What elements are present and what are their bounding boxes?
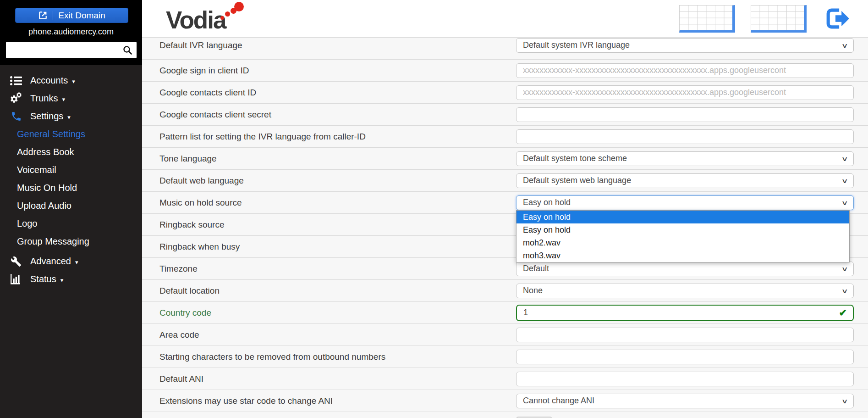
dropdown-option[interactable]: moh3.wav xyxy=(516,249,849,262)
setting-label: Google sign in client ID xyxy=(142,66,516,76)
caret-down-icon: ▾ xyxy=(60,275,64,284)
check-icon: ✔ xyxy=(839,307,847,318)
sidebar-item-logo[interactable]: Logo xyxy=(0,215,142,233)
caret-down-icon: ▾ xyxy=(75,257,78,266)
sidebar-item-trunks[interactable]: Trunks ▾ xyxy=(0,89,142,107)
chevron-down-icon: ∨ xyxy=(841,177,848,184)
ivr-language-pattern-input[interactable] xyxy=(516,129,854,144)
settings-row: Extensions may use star code to change A… xyxy=(142,390,868,412)
sidebar-item-group-messaging[interactable]: Group Messaging xyxy=(0,233,142,251)
setting-label: Default web language xyxy=(142,176,516,186)
chevron-down-icon: ∨ xyxy=(841,199,848,206)
settings-row: Default location None ∨ xyxy=(142,280,868,302)
sidebar-search xyxy=(6,42,137,58)
main-header: Vodia xyxy=(142,0,868,38)
caret-down-icon: ▾ xyxy=(62,94,65,103)
settings-row: Default ANI xyxy=(142,368,868,390)
chevron-down-icon: ∨ xyxy=(841,287,848,295)
settings-table: Default IVR language Default system IVR … xyxy=(142,38,868,418)
setting-label: Default ANI xyxy=(142,374,516,384)
gears-icon xyxy=(10,92,22,105)
country-code-field: ✔ xyxy=(516,305,854,321)
exit-domain-label: Exit Domain xyxy=(58,11,105,21)
setting-label: Google contacts client secret xyxy=(142,110,516,120)
setting-label: Country code xyxy=(142,308,516,318)
button-divider xyxy=(53,11,53,20)
table-view-icon-2[interactable] xyxy=(751,5,807,33)
sidebar-header: Exit Domain phone.audiomercy.com xyxy=(0,0,142,65)
table-view-icon[interactable] xyxy=(679,5,735,33)
google-contacts-client-id-input[interactable] xyxy=(516,85,854,100)
tone-language-select[interactable]: Default system tone scheme ∨ xyxy=(516,151,854,166)
vodia-logo-dots xyxy=(220,2,244,23)
timezone-select[interactable]: Default ∨ xyxy=(516,262,854,276)
setting-label: Pattern list for setting the IVR languag… xyxy=(142,132,516,142)
setting-label: Timezone xyxy=(142,264,516,274)
setting-label: Extensions may use star code to change A… xyxy=(142,396,516,406)
settings-row: Country code ✔ xyxy=(142,302,868,324)
sidebar-item-status[interactable]: Status ▾ xyxy=(0,270,142,288)
country-code-input[interactable] xyxy=(516,305,854,321)
main-content: Vodia Default IVR language Default syste… xyxy=(142,0,868,418)
settings-row: Google sign in client ID xyxy=(142,60,868,82)
header-actions xyxy=(679,5,851,33)
area-code-input[interactable] xyxy=(516,328,854,342)
default-ivr-language-select[interactable]: Default system IVR language ∨ xyxy=(516,38,854,53)
google-contacts-client-secret-input[interactable] xyxy=(516,107,854,122)
caret-down-icon: ▾ xyxy=(72,76,75,85)
setting-label: Area code xyxy=(142,330,516,340)
setting-label: Default location xyxy=(142,286,516,296)
chevron-down-icon: ∨ xyxy=(841,397,848,405)
default-ani-input[interactable] xyxy=(516,372,854,386)
dropdown-option[interactable]: moh2.wav xyxy=(516,236,849,249)
wrench-icon xyxy=(10,256,22,267)
setting-label: Starting characters to be removed from o… xyxy=(142,352,516,362)
sidebar-item-label: Accounts xyxy=(30,75,68,86)
caret-down-icon: ▾ xyxy=(67,112,71,121)
setting-label: Ringback when busy xyxy=(142,242,516,252)
settings-row: Area code xyxy=(142,324,868,346)
exit-domain-button[interactable]: Exit Domain xyxy=(15,8,128,23)
settings-row: Default IVR language Default system IVR … xyxy=(142,38,868,60)
domain-name: phone.audiomercy.com xyxy=(0,27,142,37)
google-sign-in-client-id-input[interactable] xyxy=(516,63,854,78)
setting-label: Google contacts client ID xyxy=(142,88,516,98)
default-location-select[interactable]: None ∨ xyxy=(516,284,854,298)
sidebar-item-settings[interactable]: Settings ▾ xyxy=(0,107,142,125)
sidebar-item-music-on-hold[interactable]: Music On Hold xyxy=(0,179,142,197)
setting-label: Music on hold source xyxy=(142,198,516,208)
list-icon xyxy=(10,76,22,86)
dropdown-option[interactable]: Easy on hold xyxy=(516,223,849,236)
settings-row: Tone language Default system tone scheme… xyxy=(142,148,868,170)
search-input[interactable] xyxy=(6,42,137,58)
settings-row xyxy=(142,412,868,418)
sidebar-item-label: Trunks xyxy=(30,93,58,104)
settings-row: Music on hold source Easy on hold ∨ Easy… xyxy=(142,192,868,214)
default-web-language-select[interactable]: Default system web language ∨ xyxy=(516,173,854,188)
search-icon[interactable] xyxy=(122,45,132,55)
dropdown-option-selected[interactable]: Easy on hold xyxy=(516,211,849,223)
settings-row: Pattern list for setting the IVR languag… xyxy=(142,126,868,148)
setting-label: Tone language xyxy=(142,154,516,164)
ani-star-code-select[interactable]: Cannot change ANI ∨ xyxy=(516,394,854,408)
settings-row: Google contacts client ID xyxy=(142,82,868,104)
sidebar-item-voicemail[interactable]: Voicemail xyxy=(0,161,142,179)
setting-label: Ringback source xyxy=(142,220,516,230)
sidebar-item-accounts[interactable]: Accounts ▾ xyxy=(0,72,142,89)
sidebar: Exit Domain phone.audiomercy.com Account… xyxy=(0,0,142,418)
vodia-logo-text: Vodia xyxy=(166,6,225,34)
chevron-down-icon: ∨ xyxy=(841,42,848,49)
settings-row: Starting characters to be removed from o… xyxy=(142,346,868,368)
logout-icon[interactable] xyxy=(822,6,851,31)
settings-row: Default web language Default system web … xyxy=(142,170,868,192)
sidebar-item-upload-audio[interactable]: Upload Audio xyxy=(0,197,142,215)
sidebar-item-address-book[interactable]: Address Book xyxy=(0,143,142,161)
sidebar-item-advanced[interactable]: Advanced ▾ xyxy=(0,252,142,270)
music-on-hold-dropdown: Easy on hold Easy on hold moh2.wav moh3.… xyxy=(516,210,850,262)
external-link-icon xyxy=(38,11,48,20)
bar-chart-icon xyxy=(10,274,22,284)
sidebar-item-label: Settings xyxy=(30,111,63,122)
music-on-hold-source-select[interactable]: Easy on hold ∨ xyxy=(516,195,854,210)
strip-outbound-digits-input[interactable] xyxy=(516,350,854,364)
sidebar-item-general-settings[interactable]: General Settings xyxy=(0,125,142,143)
